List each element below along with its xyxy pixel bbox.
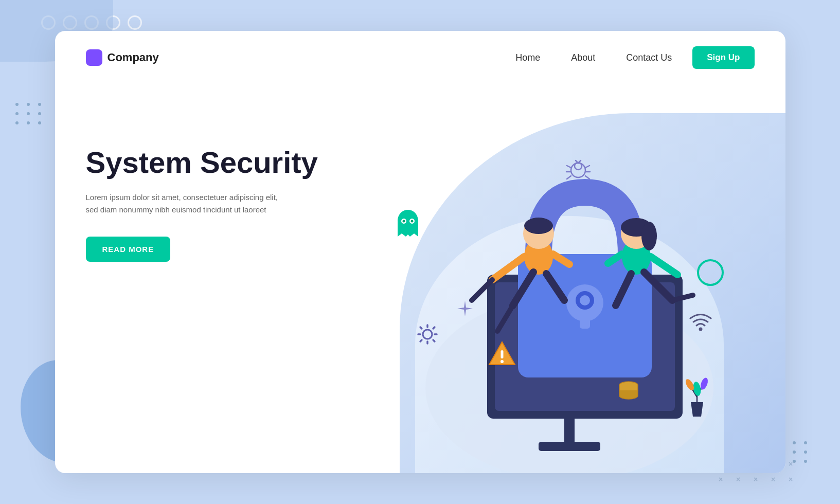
svg-point-30: [402, 220, 405, 223]
svg-line-36: [567, 176, 571, 179]
logo-icon: [86, 49, 102, 66]
nav-link-contact[interactable]: Contact Us: [626, 52, 672, 63]
svg-point-43: [423, 330, 432, 339]
gear-icon: [415, 322, 440, 352]
svg-point-42: [699, 328, 702, 331]
svg-point-31: [410, 220, 413, 223]
svg-point-12: [524, 218, 553, 234]
readmore-button[interactable]: READ MORE: [86, 237, 171, 262]
svg-line-24: [651, 257, 677, 275]
hero-left: System Security Lorem ipsum dolor sit am…: [86, 115, 333, 473]
svg-point-45: [501, 360, 504, 363]
hero-section: System Security Lorem ipsum dolor sit am…: [55, 84, 785, 473]
nav-link-about[interactable]: About: [571, 52, 595, 63]
warning-icon: [487, 340, 517, 372]
hero-right: [333, 115, 755, 473]
hero-description: Lorem ipsum dolor sit amet, consectetuer…: [86, 191, 281, 216]
bg-dots-topleft: [15, 103, 43, 124]
logo: Company: [86, 49, 516, 66]
svg-rect-4: [539, 442, 600, 451]
svg-rect-44: [501, 350, 503, 358]
wifi-icon: [688, 311, 713, 336]
nav-links: Home About Contact Us: [515, 52, 672, 63]
svg-point-9: [580, 295, 590, 305]
logo-text: Company: [108, 51, 159, 64]
plant-icon: [681, 376, 713, 424]
hero-title: System Security: [86, 146, 333, 179]
svg-point-22: [641, 222, 657, 250]
sparkle-icon: [456, 300, 474, 321]
svg-rect-3: [564, 419, 575, 444]
ghost-icon: [395, 208, 421, 245]
circle-decoration: [697, 259, 724, 286]
main-card: Company Home About Contact Us Sign Up Sy…: [55, 31, 785, 473]
database-icon: [616, 378, 641, 408]
bg-circle-5: [128, 15, 142, 30]
bug-icon: [564, 156, 592, 189]
svg-line-37: [585, 166, 589, 168]
svg-line-39: [585, 176, 589, 179]
signup-button[interactable]: Sign Up: [692, 46, 754, 69]
svg-line-34: [567, 166, 571, 168]
nav-link-home[interactable]: Home: [515, 52, 540, 63]
navbar: Company Home About Contact Us Sign Up: [55, 31, 785, 84]
